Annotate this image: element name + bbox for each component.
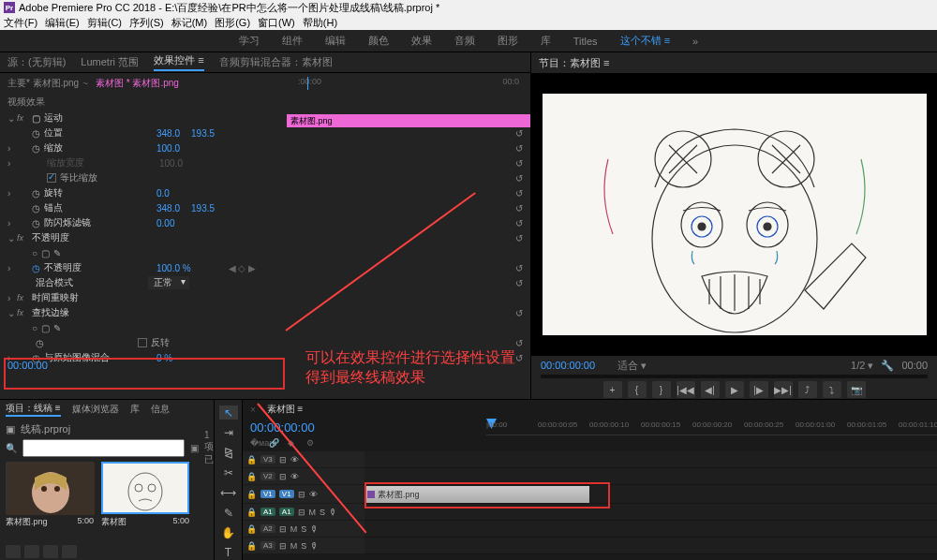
add-marker-button[interactable]: + [603,381,622,398]
filter-input[interactable] [22,439,185,457]
menu-marker[interactable]: 标记(M) [171,16,208,30]
blendorig-val[interactable]: 0 % [156,353,172,363]
tab-source[interactable]: 源：(无剪辑) [7,55,66,69]
menu-edit[interactable]: 编辑(E) [45,16,80,30]
tab-lib[interactable]: 库 [130,403,140,416]
ws-audio[interactable]: 音频 [454,34,475,48]
timeline-clip[interactable]: 素材图.png [364,486,589,503]
ws-learn[interactable]: 学习 [239,34,260,48]
ws-graphics[interactable]: 图形 [498,34,518,48]
ws-effects[interactable]: 效果 [411,34,432,48]
mask-ellipse-icon[interactable]: ○ [32,323,37,333]
mask-pen-icon[interactable]: ✎ [53,323,61,333]
program-title[interactable]: 节目：素材图 ≡ [539,56,609,70]
tab-audio-mixer[interactable]: 音频剪辑混合器：素材图 [219,55,333,69]
blend-select[interactable]: 正常▾ [148,276,189,289]
step-back-button[interactable]: ◀| [701,381,720,398]
findedges-title[interactable]: 查找边缘 [32,306,144,319]
mark-in-button[interactable]: { [628,381,647,398]
settings-icon[interactable]: ⚙ [306,438,320,449]
ws-overflow-icon[interactable]: » [692,36,698,47]
ws-assembly[interactable]: 组件 [282,34,303,48]
thumb-1[interactable] [101,462,189,514]
invert-checkbox[interactable] [138,338,147,347]
track-a2[interactable]: 🔒A2⊟MS🎙 [243,521,364,538]
razor-tool[interactable]: ✂ [219,465,238,479]
resolution-dropdown[interactable]: 1/2 ▾ [851,360,873,372]
icon-view-icon[interactable] [24,545,39,558]
goto-out-button[interactable]: ▶▶| [774,381,793,398]
menu-help[interactable]: 帮助(H) [303,16,337,30]
track-content[interactable]: 素材图.png [364,451,937,554]
lift-button[interactable]: ⤴ [798,381,817,398]
list-view-icon[interactable] [6,545,21,558]
ws-library[interactable]: 库 [541,34,551,48]
fx-icon[interactable]: fx [17,113,32,123]
project-item-1[interactable]: 素材图5:00 [101,462,189,530]
search-icon[interactable]: 🔍 [6,443,17,453]
position-x[interactable]: 348.0 [156,128,180,139]
tab-effect-controls[interactable]: 效果控件 ≡ [154,53,203,71]
timeremap-title[interactable]: 时间重映射 [32,291,144,304]
tab-project[interactable]: 项目：线稿 ≡ [6,402,61,417]
antiflicker-val[interactable]: 0.00 [156,218,174,228]
ws-editing[interactable]: 编辑 [325,34,346,48]
ws-color[interactable]: 颜色 [368,34,389,48]
effect-tc[interactable]: 00:00:00 [7,360,48,371]
tab-lumetri[interactable]: Lumetri 范围 [81,55,139,69]
eye-icon[interactable]: 👁 [290,455,299,464]
position-y[interactable]: 193.5 [191,128,215,139]
thumb-0[interactable] [6,462,94,514]
timeline-tab[interactable]: 素材图 ≡ [267,403,304,416]
scale-val[interactable]: 100.0 [156,143,180,154]
lock-icon[interactable]: 🔒 [246,455,257,464]
link-icon[interactable]: 🔗 [269,438,282,449]
freeform-icon[interactable] [43,545,58,558]
keyframe-nav[interactable]: ◀ ◇ ▶ [229,263,257,273]
type-tool[interactable]: T [219,546,238,560]
anchor-y[interactable]: 193.5 [191,203,215,214]
snap-icon[interactable]: �магн [250,438,263,449]
mark-out-button[interactable]: } [652,381,671,398]
track-v1[interactable]: 🔒V1V1⊟👁 [243,485,364,504]
timeline-tc[interactable]: 00:00:00:00 [243,419,364,436]
play-button[interactable]: ▶ [725,381,744,398]
track-a1[interactable]: 🔒A1A1⊟MS🎙 [243,504,364,521]
fit-dropdown[interactable]: 适合 ▾ [617,359,647,373]
menu-graphics[interactable]: 图形(G) [215,16,250,30]
menu-window[interactable]: 窗口(W) [258,16,295,30]
pen-tool[interactable]: ✎ [219,506,238,520]
timeline-ruler[interactable]: |00:00 00:00:00:05 00:00:00:10 00:00:00:… [486,419,937,435]
mini-playhead[interactable] [307,77,308,90]
bin-path-icon[interactable]: ▣ [190,443,199,453]
extract-button[interactable]: ⤵ [823,381,841,398]
zoom-slider[interactable] [62,545,77,558]
program-tc[interactable]: 00:00:00:00 [541,360,595,371]
ripple-tool[interactable]: ⧎ [219,446,238,460]
track-a3[interactable]: 🔒A3⊟MS🎙 [243,538,364,554]
clip-label[interactable]: 素材图 * 素材图.png [96,77,179,90]
menu-sequence[interactable]: 序列(S) [129,16,164,30]
selection-tool[interactable]: ↖ [219,405,238,420]
export-frame-button[interactable]: 📷 [847,381,866,398]
opacity-val[interactable]: 100.0 % [156,263,191,273]
ws-titles[interactable]: Titles [573,36,598,47]
mask-rect-icon[interactable]: ▢ [41,248,50,258]
ws-custom[interactable]: 这个不错 ≡ [620,34,670,48]
step-fwd-button[interactable]: |▶ [750,381,768,398]
hand-tool[interactable]: ✋ [219,525,238,539]
rotation-val[interactable]: 0.0 [156,188,170,199]
wrench-icon[interactable]: 🔧 [881,360,894,372]
anchor-x[interactable]: 348.0 [156,203,180,214]
program-monitor[interactable] [531,73,937,356]
track-v2[interactable]: 🔒V2⊟👁 [243,468,364,485]
tab-media-browser[interactable]: 媒体浏览器 [72,403,119,416]
stopwatch-icon[interactable]: ◷ [32,128,40,139]
clip-bar[interactable]: 素材图.png [287,114,530,127]
bin-icon[interactable]: ▣ [6,423,15,435]
slip-tool[interactable]: ⟷ [219,486,238,500]
menu-file[interactable]: 文件(F) [4,16,37,30]
uniform-checkbox[interactable] [47,173,56,183]
mask-pen-icon[interactable]: ✎ [53,248,61,258]
goto-in-button[interactable]: |◀◀ [677,381,695,398]
